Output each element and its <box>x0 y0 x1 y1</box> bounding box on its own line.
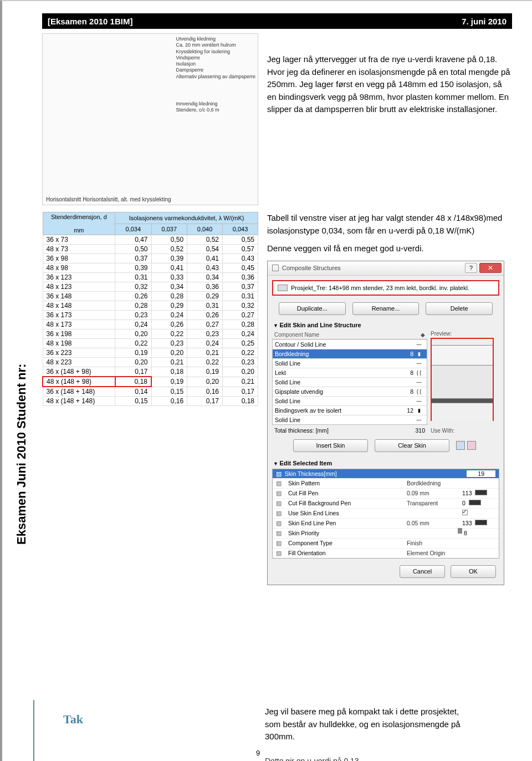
item-row[interactable]: ▨Skin End Line Pen0.05 mm133 <box>273 518 499 528</box>
composite-swatch-icon <box>278 285 288 291</box>
cancel-button[interactable]: Cancel <box>400 565 445 578</box>
table-row: 48 x 2230,200,210,220,23 <box>43 358 258 367</box>
wall-diagram: Utvendig kledning Ca. 20 mm ventilert hu… <box>42 33 258 205</box>
item-row[interactable]: ▨Component TypeFinish <box>273 538 499 548</box>
table-row: 48 x 1230,320,340,360,37 <box>43 282 258 292</box>
uvalue-table: Stenderdimensjon, dmm Isolasjonens varme… <box>42 212 258 406</box>
skin-row[interactable]: Solid Line— <box>273 415 427 424</box>
button-row-2: Insert Skin Clear Skin <box>268 436 504 458</box>
rename-button[interactable]: Rename... <box>352 302 420 315</box>
right-para-1: Tabell til venstre viser at jeg har valg… <box>267 212 512 237</box>
diagram-caption: Horisontalsnitt Horisontalsnitt, alt. me… <box>46 196 171 202</box>
skin-row[interactable]: Contour / Solid Line— <box>273 339 427 349</box>
header-right: 7. juni 2010 <box>462 17 507 26</box>
table-row: 48 x 1730,240,260,270,28 <box>43 320 258 329</box>
item-row[interactable]: ▨Skin Priority 8 <box>273 528 499 538</box>
preview-label: Preview: <box>431 331 499 337</box>
section-heading-tak: Tak <box>63 712 83 727</box>
item-row[interactable]: ▨Fill OrientationElement Origin <box>273 548 499 558</box>
th-dim: Stenderdimensjon, dmm <box>43 212 115 235</box>
checkbox-icon[interactable] <box>462 510 468 515</box>
property-icon: ▨ <box>276 550 288 557</box>
right-para-2: Denne veggen vil få en meget god u-verdi… <box>267 242 512 255</box>
preview-box <box>431 338 494 421</box>
table-row: 36 x (148 + 98)0,170,180,190,20 <box>43 367 258 377</box>
clipped-text: Dette gir en u-verdi på 0,13 <box>265 757 359 761</box>
property-icon: ▨ <box>276 480 288 487</box>
uvalue-table-col: Stenderdimensjon, dmm Isolasjonens varme… <box>42 212 258 585</box>
table-row: 36 x (148 + 148)0,140,150,160,17 <box>43 387 258 397</box>
skin-row[interactable]: Solid Line— <box>273 396 427 405</box>
button-row-1: Duplicate... Rename... Delete <box>268 300 504 319</box>
item-row[interactable]: ▨Cut Fill Pen0.09 mm113 <box>273 488 499 498</box>
skin-rows: Contour / Solid Line—Bordkledning8▮Solid… <box>272 339 427 425</box>
duplicate-button[interactable]: Duplicate... <box>279 302 346 315</box>
item-header: ▨ Skin Thickness[mm]19 <box>273 469 499 478</box>
skin-row[interactable]: Lekt8{ { <box>273 368 427 377</box>
table-row: 36 x 980,370,390,410,43 <box>43 254 258 263</box>
skin-row[interactable]: Gipsplate utvendig8{ { <box>273 387 427 396</box>
skin-list: Component Name ◆ Contour / Solid Line—Bo… <box>272 331 427 436</box>
margin-rule <box>33 700 34 761</box>
table-row: 36 x 1230,310,330,340,36 <box>43 273 258 282</box>
property-icon: ▨ <box>276 500 288 507</box>
right-column: Tabell til venstre viser at jeg har valg… <box>267 212 512 585</box>
item-row[interactable]: ▨Use Skin End Lines <box>273 508 499 518</box>
footer-paragraph: Jeg vil basere meg på kompakt tak i dett… <box>265 706 464 743</box>
section-selected-item[interactable]: Edit Selected Item <box>268 458 504 469</box>
help-button[interactable]: ? <box>465 263 477 273</box>
dialog-footer: Cancel OK <box>268 559 504 585</box>
page-header: [Eksamen 2010 1BIM] 7. juni 2010 <box>42 13 512 29</box>
table-row: 36 x 730,470,500,520,55 <box>43 235 258 245</box>
close-button[interactable]: ✕ <box>479 263 502 273</box>
table-row: 48 x 980,390,410,430,45 <box>43 263 258 273</box>
property-icon: ▨ <box>276 520 288 527</box>
skin-row[interactable]: Solid Line— <box>273 358 427 368</box>
table-row: 36 x 2230,190,200,210,22 <box>43 348 258 358</box>
row-2: Stenderdimensjon, dmm Isolasjonens varme… <box>42 212 512 585</box>
property-icon: ▨ <box>276 530 288 537</box>
row-1: Utvendig kledning Ca. 20 mm ventilert hu… <box>42 33 512 205</box>
dialog-icon <box>272 265 279 271</box>
pen-swatch-icon <box>475 520 487 525</box>
use-with-label: Use With: <box>431 428 499 434</box>
table-row: 48 x (148 + 98)0,180,190,200,21 <box>43 377 258 387</box>
clear-skin-button[interactable]: Clear Skin <box>375 439 449 452</box>
body-paragraph: Jeg lager nå yttervegger ut fra de nye u… <box>267 33 512 205</box>
pen-swatch-icon <box>469 500 481 505</box>
property-icon: ▨ <box>276 510 288 517</box>
table-row: 36 x 1730,230,240,260,27 <box>43 311 258 320</box>
section-skin-structure[interactable]: Edit Skin and Line Structure <box>268 319 504 331</box>
page: [Eksamen 2010 1BIM] 7. juni 2010 Utvendi… <box>0 0 532 761</box>
insert-skin-button[interactable]: Insert Skin <box>293 439 368 452</box>
item-row[interactable]: ▨Cut Fill Background PenTransparent0 <box>273 498 499 508</box>
use-with-icons <box>456 439 478 452</box>
table-row: 36 x 1480,260,280,290,31 <box>43 292 258 301</box>
wall-icon[interactable] <box>456 441 465 450</box>
table-row: 48 x 1480,280,290,310,32 <box>43 301 258 311</box>
skin-row[interactable]: Bindingsverk av tre isolert12▮ <box>273 405 427 415</box>
ok-button[interactable]: OK <box>451 565 496 578</box>
total-thickness: Total thickness: [mm] 310 <box>272 425 427 436</box>
property-icon: ▨ <box>276 540 288 547</box>
property-icon: ▨ <box>276 490 288 497</box>
item-row[interactable]: ▨Skin PatternBordkledning <box>273 478 499 488</box>
composite-name-field[interactable]: Prosjekt_Tre: 148+98 mm stender, 23 mm l… <box>272 280 499 296</box>
pen-swatch-icon <box>475 490 487 495</box>
preview-panel: Preview: Use With: <box>431 331 499 436</box>
table-row: 48 x 1980,220,230,240,25 <box>43 339 258 348</box>
table-body: 36 x 730,470,500,520,5548 x 730,500,520,… <box>43 235 258 406</box>
skin-area: Component Name ◆ Contour / Solid Line—Bo… <box>268 331 504 436</box>
priority-icon: ◆ <box>421 332 425 338</box>
composite-structures-dialog: Composite Structures ? ✕ Prosjekt_Tre: 1… <box>267 261 504 585</box>
delete-button[interactable]: Delete <box>426 302 493 315</box>
slab-icon[interactable] <box>467 441 476 450</box>
th-lambda: Isolasjonens varmekonduktivitet, λ W/(mK… <box>115 212 258 224</box>
sidebar-label: Eksamen Juni 2010 Student nr: <box>14 364 29 545</box>
skin-list-header: Component Name ◆ <box>272 331 427 339</box>
skin-row[interactable]: Solid Line— <box>273 377 427 387</box>
page-number: 9 <box>256 749 260 757</box>
skin-row[interactable]: Bordkledning8▮ <box>273 349 427 358</box>
diagram-labels: Utvendig kledning Ca. 20 mm ventilert hu… <box>176 36 255 113</box>
table-row: 48 x (148 + 148)0,150,160,170,18 <box>43 397 258 406</box>
